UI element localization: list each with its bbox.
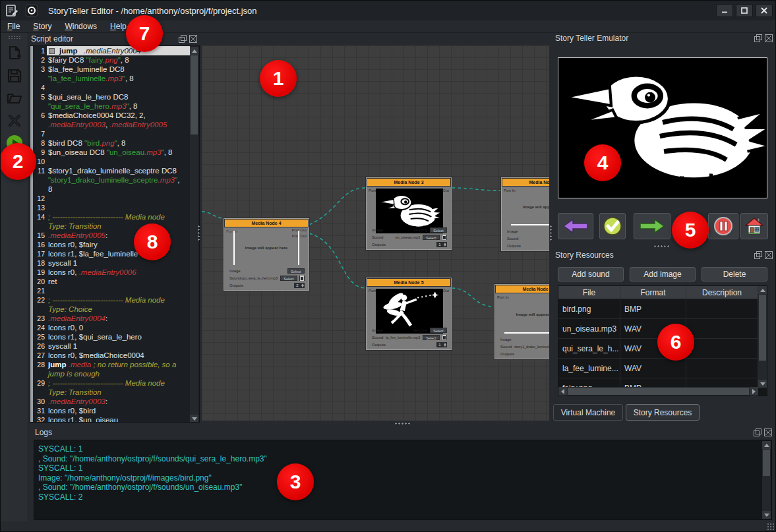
close-button[interactable] [756, 4, 773, 17]
splitter-handle[interactable] [394, 422, 411, 425]
code-line[interactable]: 24lcons r0, 0 [33, 323, 190, 332]
open-folder-icon[interactable] [6, 90, 23, 107]
code-line[interactable]: Type: Transition [33, 388, 190, 397]
code-line[interactable]: 31lcons r0, $bird [33, 406, 190, 415]
code-line[interactable]: 8 [33, 185, 190, 194]
code-line[interactable]: 3$la_fee_luminelle DC8 [33, 65, 190, 74]
previous-button[interactable] [558, 213, 593, 239]
select-sound-button[interactable]: Select [280, 276, 297, 281]
media-node-4[interactable]: Media Node 4 Port In Port Out Port Out I… [224, 218, 309, 291]
code-line[interactable]: 11$story1_drako_luminelle_sceptre DC8 [33, 166, 190, 175]
scrollbar-thumb[interactable] [191, 55, 198, 134]
code-line[interactable]: 32lcons r1, $un_oiseau [33, 415, 190, 423]
float-panel-icon[interactable] [754, 251, 762, 259]
tab-story-resources[interactable]: Story Resources [626, 404, 700, 421]
code-line[interactable]: 28jump .media ; no return possible, so a [33, 360, 190, 369]
resize-grip[interactable] [767, 523, 775, 531]
code-line[interactable]: 30.mediaEntry0003: [33, 397, 190, 406]
new-document-icon[interactable] [6, 45, 23, 62]
float-panel-icon[interactable] [754, 34, 762, 42]
code-line[interactable]: 10 [33, 157, 190, 166]
splitter-handle[interactable] [653, 245, 671, 248]
select-image-button[interactable]: Select [287, 268, 305, 274]
node-title[interactable]: Media Node 3 [367, 178, 451, 187]
code-line[interactable]: "qui_sera_le_hero.mp3", 8 [33, 102, 190, 111]
code-line[interactable]: 9$un_oiseau DC8 "un_oiseau.mp3", 8 [33, 148, 190, 157]
close-panel-icon[interactable] [189, 35, 197, 43]
menu-file[interactable]: File [1, 20, 26, 32]
ok-button[interactable] [599, 213, 626, 239]
node-title[interactable]: Media Node 5 [367, 278, 451, 287]
scroll-left-icon[interactable] [558, 387, 567, 396]
select-image-button[interactable]: Select [430, 227, 447, 233]
code-line[interactable]: 2$fairy DC8 "fairy.png", 8 [33, 55, 190, 65]
add-sound-button[interactable]: Add sound [558, 267, 624, 281]
code-line[interactable]: 23.mediaEntry0004: [33, 314, 190, 323]
code-editor[interactable]: 1jump .mediaEntry00042$fairy DC8 "fairy.… [30, 45, 200, 423]
code-line[interactable]: 4 [33, 83, 190, 92]
table-vertical-scrollbar[interactable] [758, 286, 767, 388]
code-line[interactable]: Type: Choice [33, 305, 190, 314]
scroll-up-icon[interactable] [190, 47, 198, 55]
pause-button[interactable] [708, 213, 738, 239]
code-line[interactable]: 18syscall 1 [33, 258, 190, 268]
code-line[interactable]: 7 [33, 129, 190, 138]
delete-cross-icon[interactable] [6, 112, 23, 129]
code-line[interactable]: 5$qui_sera_le_hero DC8 [33, 92, 190, 102]
scroll-down-icon[interactable] [190, 415, 198, 423]
node-title[interactable]: Media Node 6 [495, 285, 549, 293]
splitter-handle[interactable] [549, 225, 552, 242]
code-line[interactable]: 26syscall 1 [33, 341, 190, 351]
menu-story[interactable]: Story [26, 20, 58, 32]
media-node-6[interactable]: Media Node 6 Port In Image will appear h… [494, 284, 549, 359]
scroll-down-icon[interactable] [758, 380, 767, 388]
float-panel-icon[interactable] [179, 35, 187, 43]
scroll-down-icon[interactable] [762, 511, 771, 519]
code-line[interactable]: 19lcons r0, .mediaEntry0006 [33, 268, 190, 277]
select-sound-button[interactable]: Select [423, 335, 440, 340]
trash-icon[interactable] [442, 235, 447, 240]
code-line[interactable]: 13 [33, 203, 190, 212]
code-line[interactable]: 8$bird DC8 "bird.png", 8 [33, 138, 190, 148]
code-line[interactable]: .mediaEntry0003, .mediaEntry0005 [33, 120, 190, 129]
media-node-5[interactable]: Media Node 5 Port In Port Out Imagefairy… [366, 278, 452, 350]
save-icon[interactable] [6, 67, 23, 84]
minimize-button[interactable] [716, 4, 733, 17]
code-line[interactable]: "story1_drako_luminelle_sceptre.mp3", [33, 175, 190, 185]
close-panel-icon[interactable] [765, 251, 773, 259]
table-row[interactable]: la_fee_lumine...WAV [558, 359, 758, 378]
media-node-2[interactable]: Media Node 2 Port In Image will appear h… [501, 177, 549, 251]
trash-icon[interactable] [442, 335, 447, 340]
toolbar-handle[interactable] [8, 36, 21, 40]
code-line[interactable]: 14; ---------------------------- Media n… [33, 212, 190, 222]
code-line[interactable]: "la_fee_luminelle.mp3", 8 [33, 74, 190, 83]
home-button[interactable] [740, 213, 768, 239]
scroll-up-icon[interactable] [758, 286, 767, 294]
table-row[interactable]: bird.pngBMP [558, 299, 758, 319]
outputs-stepper[interactable]: 1 [436, 242, 447, 247]
code-line[interactable]: jump is enough [33, 369, 190, 378]
media-node-3[interactable]: Media Node 3 Port In Port Out Imagebird.… [366, 177, 452, 250]
outputs-stepper[interactable]: 1 [436, 342, 447, 347]
select-sound-button[interactable]: Select [423, 235, 440, 240]
menu-windows[interactable]: Windows [58, 20, 104, 32]
close-panel-icon[interactable] [764, 429, 772, 436]
scroll-up-icon[interactable] [762, 441, 771, 449]
scrollbar-thumb[interactable] [568, 388, 749, 395]
trash-icon[interactable] [299, 276, 305, 281]
code-line[interactable]: 20ret [33, 277, 190, 286]
table-row[interactable]: fairy.pngBMP [558, 378, 758, 388]
logs-vertical-scrollbar[interactable] [762, 441, 771, 519]
outputs-stepper[interactable]: 2 [294, 283, 305, 288]
select-image-button[interactable]: Select [430, 328, 447, 333]
code-line[interactable]: 21 [33, 286, 190, 295]
float-panel-icon[interactable] [754, 429, 761, 436]
code-line[interactable]: 29; ---------------------------- Media n… [33, 378, 190, 388]
node-graph-canvas[interactable]: Media Node 4 Port In Port Out Port Out I… [202, 45, 549, 421]
code-line[interactable]: 12 [33, 194, 190, 203]
delete-button[interactable]: Delete [701, 267, 767, 281]
code-line[interactable]: 27lcons r0, $mediaChoice0004 [33, 351, 190, 360]
scroll-right-icon[interactable] [750, 387, 758, 396]
table-horizontal-scrollbar[interactable] [558, 387, 758, 396]
code-line[interactable]: 25lcons r1, $qui_sera_le_hero [33, 332, 190, 341]
